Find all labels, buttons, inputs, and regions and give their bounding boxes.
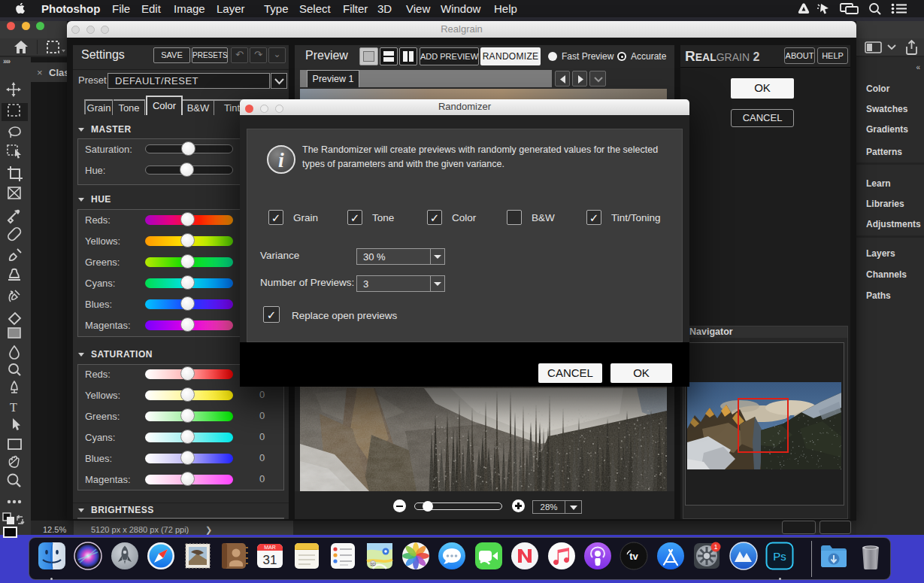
- svg-text:1: 1: [714, 543, 718, 551]
- svg-text:Ps: Ps: [773, 550, 786, 563]
- svg-text:T: T: [10, 401, 17, 414]
- svg-text:31: 31: [263, 553, 277, 567]
- svg-text:3D: 3D: [370, 562, 375, 566]
- svg-text:MAR: MAR: [264, 545, 276, 550]
- svg-text:tv: tv: [629, 551, 638, 562]
